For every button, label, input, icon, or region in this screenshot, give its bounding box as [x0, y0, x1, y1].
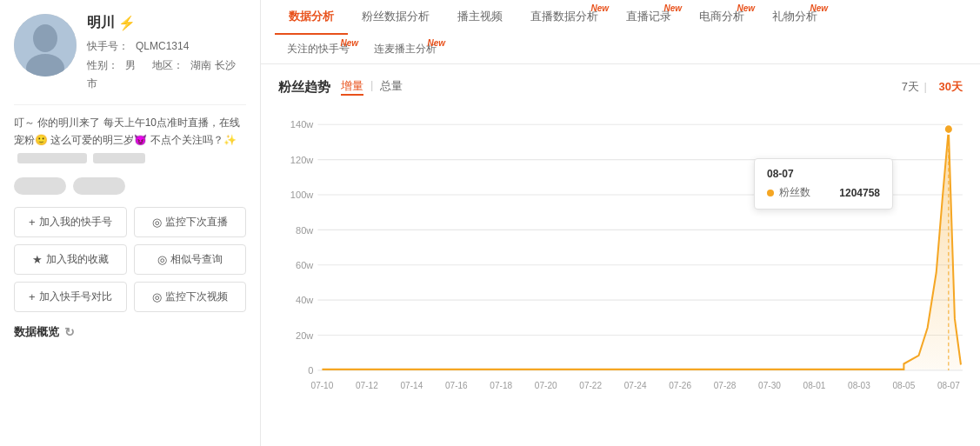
time-filter: 7天 | 30天	[895, 79, 963, 95]
new-badge-live-record: New	[663, 3, 682, 13]
kuaishou-id: 快手号：QLMC1314	[87, 37, 246, 57]
similar-search-label: 相似号查询	[170, 252, 223, 267]
time-30days[interactable]: 30天	[939, 80, 963, 93]
monitor-live-label: 监控下次直播	[165, 215, 228, 230]
svg-text:07-22: 07-22	[579, 381, 602, 390]
chart-section: 粉丝趋势 增量 | 总量 7天 | 30天	[261, 64, 980, 416]
tabs-row2: 关注的快手号 New 连麦播主分析 New	[261, 35, 980, 63]
svg-text:0: 0	[308, 365, 313, 376]
add-kuaishou-label: 加入我的快手号	[39, 215, 112, 230]
profile-section: 明川 ⚡ 快手号：QLMC1314 性别：男 地区：湖南 长沙市	[14, 14, 246, 94]
chart-header: 粉丝趋势 增量 | 总量 7天 | 30天	[278, 78, 963, 96]
new-badge-gift: New	[810, 3, 828, 13]
blurred-text-2	[93, 153, 145, 163]
svg-text:80w: 80w	[296, 224, 314, 235]
kuaishou-id-label: 快手号：	[87, 40, 129, 52]
tab-data-analysis[interactable]: 数据分析	[275, 0, 348, 35]
kuaishou-id-value: QLMC1314	[136, 40, 189, 52]
svg-text:07-14: 07-14	[400, 381, 423, 390]
lightning-icon: ⚡	[118, 15, 136, 31]
sub-tab-follow-kuaishou[interactable]: 关注的快手号 New	[275, 35, 362, 63]
video-monitor-icon: ◎	[152, 290, 162, 303]
tab-fans-analysis[interactable]: 粉丝数据分析	[348, 0, 443, 35]
svg-text:07-20: 07-20	[535, 381, 557, 390]
svg-text:40w: 40w	[296, 295, 314, 305]
star-icon: ★	[32, 253, 43, 266]
svg-text:20w: 20w	[296, 330, 314, 340]
svg-text:60w: 60w	[296, 260, 314, 270]
time-divider: |	[924, 80, 927, 93]
tabs-row1: 数据分析 粉丝数据分析 播主视频 直播数据分析 New 直播记录 New 电商分…	[261, 0, 980, 35]
compare-plus-icon: +	[29, 290, 36, 303]
plus-icon: +	[29, 216, 36, 229]
monitor-video-label: 监控下次视频	[165, 290, 228, 304]
svg-text:07-16: 07-16	[445, 381, 468, 390]
new-badge-co-anchor: New	[427, 38, 445, 48]
new-badge-live-analysis: New	[590, 3, 609, 13]
svg-text:07-12: 07-12	[356, 381, 378, 390]
tag-blur-2	[73, 177, 125, 195]
gender-value: 男	[125, 59, 136, 71]
action-buttons: + 加入我的快手号 ◎ 监控下次直播 ★ 加入我的收藏 ◎ 相似号查询 + 加入…	[14, 207, 246, 312]
data-overview-label: 数据概览	[14, 324, 59, 340]
svg-text:07-30: 07-30	[758, 381, 781, 390]
sidebar: 明川 ⚡ 快手号：QLMC1314 性别：男 地区：湖南 长沙市 叮～ 你的明川…	[0, 0, 261, 446]
tab-live-record[interactable]: 直播记录 New	[612, 0, 685, 35]
add-kuaishou-button[interactable]: + 加入我的快手号	[14, 207, 127, 237]
tab-ecommerce[interactable]: 电商分析 New	[685, 0, 758, 35]
profile-meta: 快手号：QLMC1314 性别：男 地区：湖南 长沙市	[87, 37, 246, 94]
svg-text:08-03: 08-03	[848, 381, 870, 390]
chart-area: 140w 120w 100w 80w 60w 40w 20w 0 07-10 0…	[278, 106, 963, 402]
refresh-icon[interactable]: ↻	[64, 325, 75, 339]
region-label: 地区：	[152, 59, 183, 71]
toggle-increment[interactable]: 增量	[341, 78, 363, 96]
svg-text:07-26: 07-26	[669, 381, 691, 390]
data-overview: 数据概览 ↻	[14, 324, 246, 340]
svg-text:07-24: 07-24	[624, 381, 647, 390]
monitor-video-button[interactable]: ◎ 监控下次视频	[134, 282, 247, 312]
gender-label: 性别：	[87, 59, 118, 71]
svg-point-1	[33, 24, 57, 52]
name-text: 明川	[87, 14, 115, 32]
add-compare-button[interactable]: + 加入快手号对比	[14, 282, 127, 312]
similar-search-button[interactable]: ◎ 相似号查询	[134, 244, 247, 275]
tab-anchor-video[interactable]: 播主视频	[443, 0, 517, 35]
toggle-divider: |	[370, 78, 373, 96]
svg-text:07-18: 07-18	[490, 381, 512, 390]
add-collection-button[interactable]: ★ 加入我的收藏	[14, 244, 127, 275]
svg-marker-34	[322, 130, 961, 369]
svg-text:08-01: 08-01	[803, 381, 826, 390]
search-icon: ◎	[157, 253, 167, 266]
gender-region: 性别：男 地区：湖南 长沙市	[87, 57, 246, 94]
toggle-total[interactable]: 总量	[380, 78, 403, 96]
chart-title: 粉丝趋势	[278, 79, 330, 96]
svg-text:120w: 120w	[290, 155, 314, 165]
blurred-text-1	[17, 153, 87, 163]
tag-blur-1	[14, 177, 66, 195]
svg-text:140w: 140w	[290, 119, 314, 130]
add-collection-label: 加入我的收藏	[46, 252, 109, 267]
profile-info: 明川 ⚡ 快手号：QLMC1314 性别：男 地区：湖南 长沙市	[87, 14, 246, 94]
monitor-live-button[interactable]: ◎ 监控下次直播	[134, 207, 247, 237]
profile-intro: 叮～ 你的明川来了 每天上午10点准时直播，在线宠粉🙂 这么可爱的明三岁😈 不点…	[14, 104, 246, 167]
svg-text:08-05: 08-05	[892, 381, 915, 390]
avatar	[14, 14, 77, 77]
intro-text: 叮～ 你的明川来了 每天上午10点准时直播，在线宠粉🙂 这么可爱的明三岁😈 不点…	[14, 116, 240, 146]
profile-tags	[14, 177, 246, 195]
tab-gift-analysis[interactable]: 礼物分析 New	[758, 0, 831, 35]
new-badge-ecommerce: New	[737, 3, 755, 13]
monitor-icon: ◎	[152, 216, 162, 229]
svg-text:100w: 100w	[290, 190, 314, 200]
main-content: 数据分析 粉丝数据分析 播主视频 直播数据分析 New 直播记录 New 电商分…	[261, 0, 980, 446]
add-compare-label: 加入快手号对比	[39, 290, 112, 304]
svg-text:07-28: 07-28	[714, 381, 737, 390]
chart-svg: 140w 120w 100w 80w 60w 40w 20w 0 07-10 0…	[278, 106, 963, 402]
tab-live-analysis[interactable]: 直播数据分析 New	[517, 0, 612, 35]
profile-name: 明川 ⚡	[87, 14, 246, 32]
tabs-bar: 数据分析 粉丝数据分析 播主视频 直播数据分析 New 直播记录 New 电商分…	[261, 0, 980, 64]
svg-text:08-07: 08-07	[937, 381, 960, 390]
sub-tab-co-anchor[interactable]: 连麦播主分析 New	[362, 35, 449, 63]
time-7days[interactable]: 7天	[902, 80, 919, 93]
new-badge-follow: New	[340, 38, 358, 48]
svg-text:07-10: 07-10	[311, 381, 334, 390]
